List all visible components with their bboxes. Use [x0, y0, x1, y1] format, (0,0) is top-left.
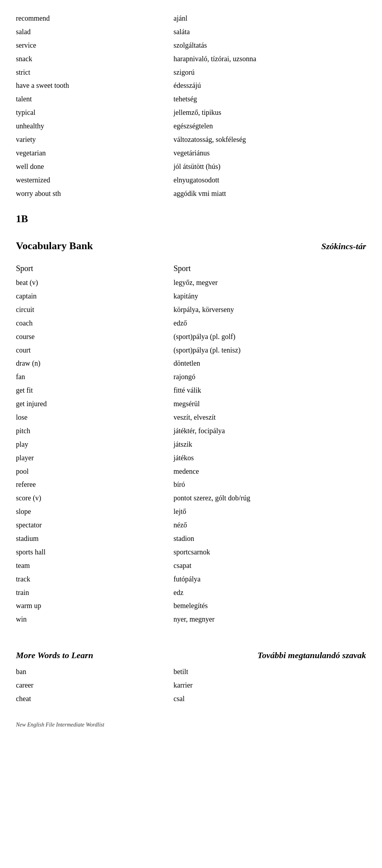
- top-vocab-en: worry about sth: [16, 187, 173, 201]
- top-vocab-row: salad saláta: [16, 25, 366, 39]
- top-vocab-en: vegetarian: [16, 147, 173, 160]
- top-vocab-hu: jól átsütött (hús): [173, 160, 366, 174]
- top-vocab-hu: aggódik vmi miatt: [173, 187, 366, 201]
- sport-vocab-en: pool: [16, 465, 173, 479]
- top-vocab-row: variety változatosság, sokféleség: [16, 133, 366, 147]
- sport-vocab-en: track: [16, 573, 173, 586]
- sport-vocab-hu: medence: [173, 465, 366, 479]
- sport-vocab-en: warm up: [16, 599, 173, 613]
- sport-vocab-hu: futópálya: [173, 573, 366, 586]
- top-vocab-row: worry about sth aggódik vmi miatt: [16, 187, 366, 201]
- top-vocab-en: salad: [16, 25, 173, 39]
- sport-vocab-en: lose: [16, 411, 173, 424]
- sport-vocab-en: coach: [16, 317, 173, 330]
- sport-vocab-row: spectator néző: [16, 519, 366, 532]
- more-words-row: career karrier: [16, 679, 366, 692]
- top-vocab-en: unhealthy: [16, 120, 173, 133]
- sport-vocab-hu: lejtő: [173, 505, 366, 519]
- sport-vocab-hu: bíró: [173, 478, 366, 492]
- top-vocab-table: recommend ajánl salad saláta service szo…: [16, 12, 366, 200]
- sport-vocab-hu: döntetlen: [173, 357, 366, 370]
- sport-vocab-row: sports hall sportcsarnok: [16, 546, 366, 559]
- sport-vocab-hu: fitté válik: [173, 384, 366, 397]
- page-footer: New English File Intermediate Wordlist: [16, 722, 366, 728]
- sport-vocab-hu: néző: [173, 519, 366, 532]
- section-1b-label: 1B: [16, 213, 28, 225]
- vocab-bank-en: Vocabulary Bank: [16, 239, 93, 253]
- sport-vocab-row: circuit körpálya, körverseny: [16, 303, 366, 317]
- sport-vocab-hu: edző: [173, 317, 366, 330]
- top-vocab-hu: édesszájú: [173, 79, 366, 93]
- sport-vocab-en: referee: [16, 478, 173, 492]
- sport-vocab-hu: rajongó: [173, 370, 366, 384]
- sport-vocab-en: course: [16, 330, 173, 344]
- top-vocab-hu: vegetáriánus: [173, 147, 366, 160]
- sport-vocab-hu: kapitány: [173, 290, 366, 303]
- sport-vocab-row: warm up bemelegítés: [16, 599, 366, 613]
- top-vocab-hu: ajánl: [173, 12, 366, 25]
- sport-vocab-hu: (sport)pálya (pl. tenisz): [173, 344, 366, 357]
- top-vocab-row: snack harapnivaló, tízórai, uzsonna: [16, 52, 366, 66]
- top-vocab-row: vegetarian vegetáriánus: [16, 147, 366, 160]
- vocab-bank-hu: Szókincs-tár: [322, 241, 366, 252]
- top-vocab-hu: szolgáltatás: [173, 39, 366, 52]
- sport-vocab-en: player: [16, 451, 173, 465]
- top-vocab-en: westernized: [16, 174, 173, 187]
- sport-vocab-en: fan: [16, 370, 173, 384]
- sport-vocab-row: referee bíró: [16, 478, 366, 492]
- sport-vocab-row: pool medence: [16, 465, 366, 479]
- sport-vocab-en: team: [16, 559, 173, 573]
- sport-vocab-row: pitch játéktér, focipálya: [16, 424, 366, 438]
- sport-vocab-row: track futópálya: [16, 573, 366, 586]
- sport-vocab-hu: nyer, megnyer: [173, 613, 366, 626]
- sport-vocab-row: team csapat: [16, 559, 366, 573]
- top-vocab-hu: harapnivaló, tízórai, uzsonna: [173, 52, 366, 66]
- sport-vocab-en: pitch: [16, 424, 173, 438]
- top-vocab-en: snack: [16, 52, 173, 66]
- top-vocab-hu: egészségtelen: [173, 120, 366, 133]
- top-vocab-en: service: [16, 39, 173, 52]
- sport-vocab-en: play: [16, 438, 173, 451]
- sport-vocab-hu: edz: [173, 586, 366, 600]
- sport-vocab-en: get fit: [16, 384, 173, 397]
- sport-vocab-row: course (sport)pálya (pl. golf): [16, 330, 366, 344]
- sport-vocab-row: coach edző: [16, 317, 366, 330]
- sport-vocab-hu: megsérül: [173, 397, 366, 411]
- top-vocab-row: typical jellemző, tipikus: [16, 106, 366, 120]
- sport-vocab-hu: körpálya, körverseny: [173, 303, 366, 317]
- top-vocab-hu: változatosság, sokféleség: [173, 133, 366, 147]
- top-vocab-row: have a sweet tooth édesszájú: [16, 79, 366, 93]
- sport-vocab-hu: stadion: [173, 532, 366, 546]
- sport-vocab-hu: játékos: [173, 451, 366, 465]
- sport-vocab-en: stadium: [16, 532, 173, 546]
- sport-vocab-en: circuit: [16, 303, 173, 317]
- sport-vocab-en: score (v): [16, 492, 173, 505]
- top-vocab-en: recommend: [16, 12, 173, 25]
- more-words-row: cheat csal: [16, 692, 366, 706]
- sport-vocab-row: stadium stadion: [16, 532, 366, 546]
- sport-vocab-row: get fit fitté válik: [16, 384, 366, 397]
- top-vocab-row: recommend ajánl: [16, 12, 366, 25]
- sport-vocab-en: court: [16, 344, 173, 357]
- top-vocab-en: strict: [16, 66, 173, 79]
- sport-vocab-hu: legyőz, megver: [173, 276, 366, 290]
- top-vocab-en: have a sweet tooth: [16, 79, 173, 93]
- sport-vocab-row: play játszik: [16, 438, 366, 451]
- more-words-hu: További megtanulandó szavak: [257, 650, 366, 661]
- more-words-en: cheat: [16, 692, 173, 706]
- top-vocab-hu: jellemző, tipikus: [173, 106, 366, 120]
- top-vocab-row: service szolgáltatás: [16, 39, 366, 52]
- sport-vocab-en: slope: [16, 505, 173, 519]
- top-vocab-en: well done: [16, 160, 173, 174]
- top-vocab-hu: saláta: [173, 25, 366, 39]
- sport-vocab-row: draw (n) döntetlen: [16, 357, 366, 370]
- more-words-en: ban: [16, 665, 173, 679]
- sport-vocab-row: court (sport)pálya (pl. tenisz): [16, 344, 366, 357]
- sport-vocab-row: score (v) pontot szerez, gólt dob/rúg: [16, 492, 366, 505]
- sport-vocab-hu: (sport)pálya (pl. golf): [173, 330, 366, 344]
- sport-vocab-hu: játszik: [173, 438, 366, 451]
- more-words-hu: karrier: [173, 679, 366, 692]
- sport-vocab-hu: bemelegítés: [173, 599, 366, 613]
- more-words-table: ban betilt career karrier cheat csal: [16, 665, 366, 706]
- more-words-en: career: [16, 679, 173, 692]
